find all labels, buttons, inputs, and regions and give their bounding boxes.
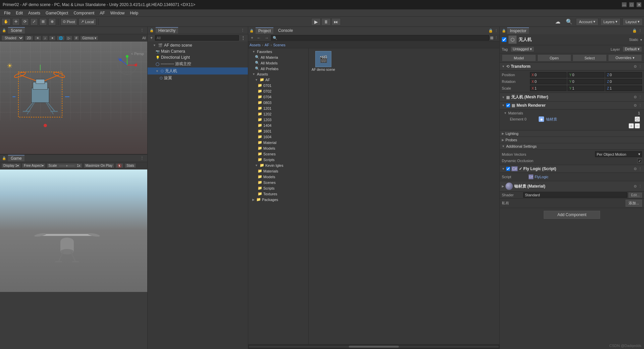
material-comp-header[interactable]: ▶ 铀材质 (Material) ⚙ ⋮ <box>500 181 644 192</box>
layout-button[interactable]: Layout ▾ <box>623 18 643 26</box>
scene-options-btn[interactable]: ⋮ <box>139 28 145 33</box>
proj-fav-allprefabs[interactable]: 🔍 All Prefabs <box>248 66 308 71</box>
proj-k-materials[interactable]: 📁 Materials <box>248 168 308 174</box>
project-forward-btn[interactable]: → <box>263 36 270 40</box>
material-comp-settings-icon[interactable]: ⚙ <box>634 184 637 189</box>
transform-settings-icon[interactable]: ⚙ <box>634 64 637 69</box>
play-button[interactable]: ▶ <box>311 18 321 26</box>
proj-0803[interactable]: 📁 0803 <box>248 100 308 105</box>
inspector-options-btn[interactable]: ⋮ <box>638 29 642 33</box>
motion-vectors-dropdown[interactable]: Per Object Motion ▾ <box>595 151 642 157</box>
close-button[interactable]: ✕ <box>637 2 641 7</box>
hierarchy-search-input[interactable] <box>155 35 239 41</box>
scroll-thumb[interactable] <box>349 346 399 348</box>
hier-item-rotor[interactable]: ⬡ 旋翼 <box>148 74 248 82</box>
proj-af[interactable]: ▼ 📁 AF <box>248 77 308 83</box>
scale-x-field[interactable]: X1 <box>530 86 567 91</box>
lighting-section-header[interactable]: ▶ Lighting <box>500 131 644 137</box>
open-btn[interactable]: Open <box>537 54 572 61</box>
game-options-btn[interactable]: ⋮ <box>139 156 145 161</box>
scene-fx-btn[interactable]: ✦ <box>49 36 56 41</box>
pivot-button[interactable]: ⊙ Pivot <box>60 18 77 26</box>
tool-rotate[interactable]: ⟳ <box>21 18 29 26</box>
material-name[interactable]: 铀材质 <box>546 117 633 122</box>
inspector-tab[interactable]: Inspector <box>507 28 529 34</box>
proj-k-models[interactable]: 📁 Models <box>248 174 308 180</box>
add-private-btn[interactable]: 添加... <box>626 200 642 207</box>
menu-window[interactable]: Window <box>108 10 127 16</box>
proj-fav-allmodels[interactable]: 🔍 All Models <box>248 60 308 66</box>
project-add-btn[interactable]: + <box>250 36 255 40</box>
pos-z-field[interactable]: Z0 <box>605 72 642 78</box>
cloud-button[interactable]: ☁ <box>553 18 562 26</box>
scale-control[interactable]: Scale ——●—— 1x <box>47 163 83 168</box>
pos-x-field[interactable]: X0 <box>530 72 567 78</box>
step-button[interactable]: ⏭ <box>331 18 341 26</box>
proj-1203[interactable]: 📁 1203 <box>248 117 308 122</box>
2d-button[interactable]: 2D <box>25 36 33 41</box>
additional-settings-header[interactable]: ▼ Additional Settings <box>500 143 644 150</box>
mesh-renderer-header[interactable]: ▼ ▦ Mesh Renderer ⚙ ⋮ <box>500 102 644 109</box>
proj-1201[interactable]: 📁 1201 <box>248 105 308 111</box>
rot-x-field[interactable]: X0 <box>530 79 567 84</box>
hier-item-scene[interactable]: ▼ 🎬 AF demo scene <box>148 42 248 48</box>
fly-logic-header[interactable]: ▼ C# ✓ Fly Logic (Script) ⚙ ⋮ <box>500 165 644 173</box>
game-tab[interactable]: Game <box>8 155 24 161</box>
gizmos-btn[interactable]: Gizmos ▾ <box>80 36 98 41</box>
proj-packages[interactable]: ▶ 📁 Packages <box>248 197 308 202</box>
menu-assets[interactable]: Assets <box>25 10 43 16</box>
material-target-btn[interactable]: ⊙ <box>635 116 640 122</box>
transform-component-header[interactable]: ▼ ⟲ Transform ⚙ ⋮ <box>500 63 644 70</box>
hier-item-light[interactable]: 💡 Directional Light <box>148 54 248 60</box>
layer-dropdown[interactable]: Default ▾ <box>623 46 642 52</box>
transform-more-icon[interactable]: ⋮ <box>638 64 642 69</box>
rot-y-field[interactable]: Y0 <box>568 79 604 84</box>
proj-0704[interactable]: 📁 0704 <box>248 94 308 100</box>
scene-grid-btn[interactable]: # <box>73 36 79 41</box>
mat-add-btn[interactable]: + <box>629 123 634 129</box>
game-canvas[interactable] <box>0 169 147 292</box>
proj-1202[interactable]: 📁 1202 <box>248 111 308 117</box>
fly-logic-more-icon[interactable]: ⋮ <box>638 167 642 171</box>
proj-scenes[interactable]: 📁 Scenes <box>248 151 308 157</box>
scene-audio-btn[interactable]: ♪ <box>42 36 48 41</box>
proj-k-scripts[interactable]: 📁 Scripts <box>248 185 308 191</box>
breadcrumb-assets[interactable]: Assets <box>250 43 261 47</box>
model-btn[interactable]: Model <box>502 54 536 61</box>
scene-view[interactable]: Shaded 2D ☀ ♪ ✦ 🌐 ▷ # Gizmos ▾ All <box>0 34 147 154</box>
mesh-renderer-settings-icon[interactable]: ⚙ <box>634 103 637 108</box>
inspector-lock-btn[interactable]: 🔒 <box>632 29 637 33</box>
menu-gameobject[interactable]: GameObject <box>43 10 71 16</box>
scale-slider[interactable]: ——●—— <box>59 164 74 167</box>
overrides-btn[interactable]: Overrides ▾ <box>608 54 642 61</box>
tool-move[interactable]: ✛ <box>12 18 20 26</box>
proj-models[interactable]: 📁 Models <box>248 145 308 151</box>
scale-y-field[interactable]: Y1 <box>568 86 604 91</box>
mute-btn[interactable]: 🔇 <box>115 163 123 168</box>
shader-edit-btn[interactable]: Edit... <box>629 193 642 198</box>
proj-kevin[interactable]: ▼ 📁 Kevin Igles <box>248 162 308 168</box>
menu-file[interactable]: File <box>1 10 13 16</box>
pause-button[interactable]: ⏸ <box>321 18 331 26</box>
account-button[interactable]: Account ▾ <box>576 18 598 26</box>
probes-section-header[interactable]: ▶ Probes <box>500 137 644 143</box>
proj-1604[interactable]: 📁 1604 <box>248 134 308 140</box>
maximize-button[interactable]: □ <box>629 2 634 7</box>
scene-tab[interactable]: Scene <box>8 27 25 34</box>
layers-button[interactable]: Layers ▾ <box>600 18 621 26</box>
menu-help[interactable]: Help <box>127 10 141 16</box>
proj-material[interactable]: 📁 Material <box>248 140 308 145</box>
select-btn[interactable]: Select <box>573 54 607 61</box>
scene-light-btn[interactable]: ☀ <box>34 36 41 41</box>
hierarchy-options-btn[interactable]: ⋮ <box>239 28 246 33</box>
project-layout-btn[interactable]: ▦ <box>490 36 493 40</box>
proj-k-scenes[interactable]: 📁 Scenes <box>248 180 308 185</box>
scene-canvas[interactable]: < Persp ☀ <box>0 42 147 154</box>
static-chevron-icon[interactable]: ▾ <box>640 38 642 42</box>
mat-remove-btn[interactable]: − <box>635 123 640 129</box>
scene-gizmo[interactable]: X Y Z <box>117 55 137 75</box>
hier-item-camera[interactable]: 📷 Main Camera <box>148 48 248 54</box>
hier-item-gamecontroller[interactable]: ◯ ---------- 游戏主控 <box>148 60 248 67</box>
scene-skybox-btn[interactable]: 🌐 <box>57 36 65 41</box>
project-lock-btn[interactable]: 🔒 <box>488 29 493 33</box>
